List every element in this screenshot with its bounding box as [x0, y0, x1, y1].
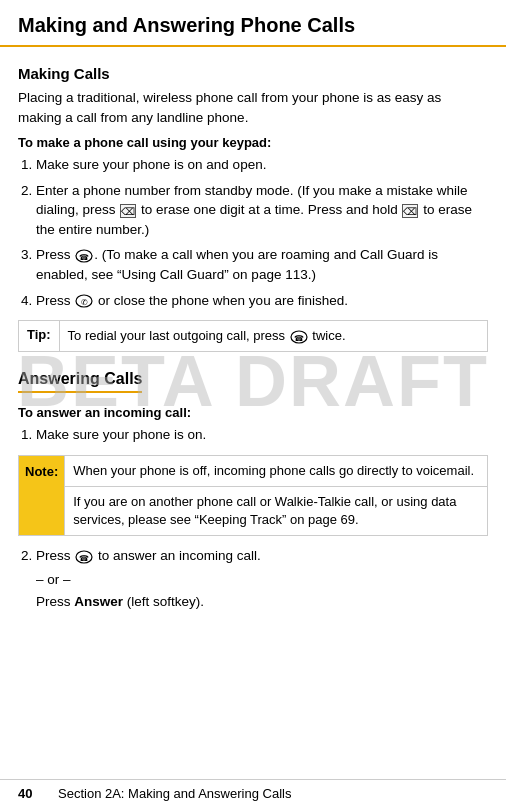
footer-section-text: Section 2A: Making and Answering Calls	[58, 786, 291, 801]
step2-text: Enter a phone number from standby mode. …	[36, 183, 472, 237]
page-title: Making and Answering Phone Calls	[18, 14, 488, 37]
svg-text:☎: ☎	[294, 333, 304, 342]
svg-text:☎: ☎	[79, 553, 89, 562]
answering-step1-text: Make sure your phone is on.	[36, 427, 206, 442]
answering-calls-list: Make sure your phone is on.	[36, 425, 488, 445]
answering-calls-instruction-label: To answer an incoming call:	[18, 405, 488, 420]
note-label: Note:	[19, 456, 65, 536]
send-icon-1: ☎	[75, 249, 93, 263]
note-row-2: If you are on another phone call or Walk…	[65, 487, 487, 535]
answering-step2-or: – or –	[36, 570, 488, 590]
page-container: BETA DRAFT Making and Answering Phone Ca…	[0, 0, 506, 811]
page-footer: 40 Section 2A: Making and Answering Call…	[0, 779, 506, 801]
answering-calls-step-1: Make sure your phone is on.	[36, 425, 488, 445]
note-text-1: When your phone is off, incoming phone c…	[73, 463, 474, 478]
svg-text:✆: ✆	[81, 297, 88, 306]
answering-calls-list-2: Press ☎ to answer an incoming call. – or…	[36, 546, 488, 611]
footer-page-number: 40	[18, 786, 48, 801]
making-calls-list: Make sure your phone is on and open. Ent…	[36, 155, 488, 310]
erase-icon-1: ⌫	[120, 204, 136, 218]
send-icon-tip: ☎	[290, 330, 308, 344]
note-content: When your phone is off, incoming phone c…	[65, 456, 487, 536]
content-area: Making Calls Placing a traditional, wire…	[0, 47, 506, 629]
tip-content: To redial your last outgoing call, press…	[60, 321, 354, 351]
svg-text:☎: ☎	[79, 252, 89, 261]
answering-calls-heading: Answering Calls	[18, 370, 142, 393]
page-header: Making and Answering Phone Calls	[0, 0, 506, 47]
making-calls-step-3: Press ☎ . (To make a call when you are r…	[36, 245, 488, 284]
note-text-2: If you are on another phone call or Walk…	[73, 494, 456, 527]
answering-step2-line1: Press ☎ to answer an incoming call.	[36, 546, 488, 566]
step4-text: Press ✆ or close the phone when you are …	[36, 293, 348, 308]
answer-bold: Answer	[74, 594, 123, 609]
step3-text: Press ☎ . (To make a call when you are r…	[36, 247, 438, 282]
making-calls-step-4: Press ✆ or close the phone when you are …	[36, 291, 488, 311]
send-icon-answer: ☎	[75, 550, 93, 564]
making-calls-step-1: Make sure your phone is on and open.	[36, 155, 488, 175]
tip-box: Tip: To redial your last outgoing call, …	[18, 320, 488, 352]
answering-calls-step-2: Press ☎ to answer an incoming call. – or…	[36, 546, 488, 611]
making-calls-step-2: Enter a phone number from standby mode. …	[36, 181, 488, 240]
answering-step2-line2: Press Answer (left softkey).	[36, 592, 488, 612]
making-calls-intro: Placing a traditional, wireless phone ca…	[18, 88, 488, 127]
tip-label: Tip:	[19, 321, 60, 351]
end-icon-1: ✆	[75, 294, 93, 308]
step1-text: Make sure your phone is on and open.	[36, 157, 266, 172]
making-calls-heading: Making Calls	[18, 65, 488, 82]
erase-icon-2: ⌫	[402, 204, 418, 218]
making-calls-instruction-label: To make a phone call using your keypad:	[18, 135, 488, 150]
note-row-1: When your phone is off, incoming phone c…	[65, 456, 487, 487]
tip-text: To redial your last outgoing call, press…	[68, 328, 346, 343]
note-box: Note: When your phone is off, incoming p…	[18, 455, 488, 537]
